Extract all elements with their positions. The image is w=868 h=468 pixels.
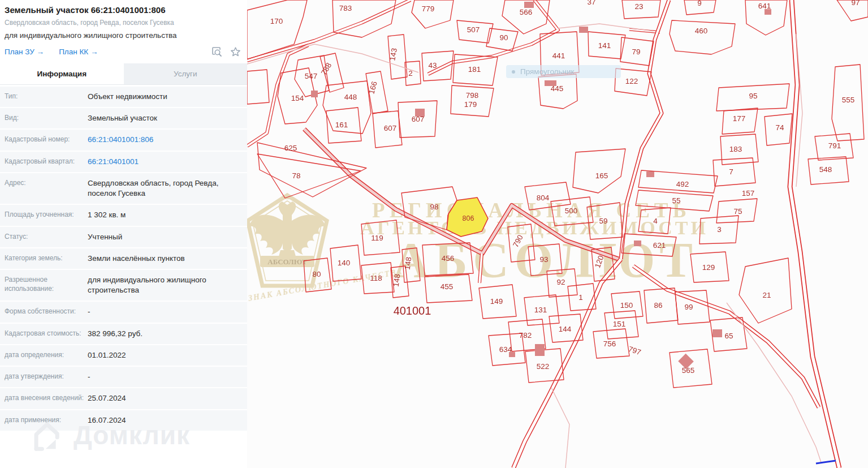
highlighted-parcel-label: 806 (463, 214, 474, 222)
parcel-label: 161 (335, 121, 348, 129)
field-value: для индивидуального жилищного строительс… (88, 275, 243, 295)
parcel-label: 625 (284, 144, 297, 152)
field-value: Объект недвижимости (88, 92, 167, 102)
info-row: Статус:Учтенный (0, 227, 247, 247)
info-row: Разрешенное использование:для индивидуал… (0, 270, 247, 300)
star-icon[interactable] (230, 46, 241, 58)
parcel-label: 179 (464, 100, 477, 109)
field-value: 01.01.2022 (88, 350, 126, 360)
parcel-label: 641 (758, 2, 771, 10)
field-value: 382 996,32 руб. (88, 329, 142, 339)
parcel-label: 23 (634, 2, 643, 11)
field-value: 25.07.2024 (88, 393, 126, 403)
parcel-label: 151 (613, 320, 626, 328)
parcel-label: 547 (305, 72, 318, 80)
parcel-label: 144 (559, 325, 572, 333)
parcel-label: 148 (392, 273, 402, 287)
parcel-label: 183 (729, 145, 742, 153)
parcel-label: 500 (565, 207, 578, 215)
parcel-label: 3 (717, 225, 722, 234)
map-building (579, 27, 588, 33)
parcel-label: 74 (775, 123, 784, 132)
parcel-label: 129 (702, 263, 715, 272)
parcel-label: 181 (468, 65, 481, 74)
parcel-label: 131 (534, 306, 547, 314)
parcel-label: 783 (339, 4, 352, 12)
parcel-label: 804 (537, 194, 550, 202)
parcel-label: 148 (403, 256, 413, 270)
parcel-label: 756 (603, 340, 616, 348)
parcel-label: 607 (412, 115, 425, 123)
field-label: Категория земель: (5, 254, 88, 264)
parcel-label: 445 (551, 84, 564, 93)
parcel-label: 97 (851, 0, 860, 7)
parcel-label: 177 (733, 114, 746, 123)
map-building (634, 241, 641, 246)
parcel-label: 150 (620, 301, 633, 310)
field-value: - (88, 307, 90, 317)
field-label: Кадастровый номер: (5, 135, 88, 145)
parcel-label: 141 (598, 41, 611, 50)
parcel-label: 448 (344, 93, 357, 101)
parcel-label: 154 (291, 94, 304, 102)
parcel-label: 456 (442, 254, 455, 263)
field-value: Свердловская область, город Ревда, посел… (88, 178, 243, 199)
info-panel: Земельный участок 66:21:0401001:806 Свер… (0, 0, 247, 468)
parcel-label: 98 (430, 203, 438, 211)
parcel-label: 90 (499, 33, 508, 42)
parcel-label: 78 (292, 171, 300, 180)
field-value: - (88, 372, 90, 382)
info-row: дата определения:01.01.2022 (0, 345, 247, 366)
field-label: Площадь уточненная: (5, 210, 88, 220)
tab-bar: Информация Услуги (0, 63, 247, 85)
tab-information[interactable]: Информация (0, 63, 124, 84)
map-area[interactable]: АБСОЛЮТЗНАК АБСОЛЮТНОГО КАЧЕСТВАРЕГИОНАЛ… (247, 0, 868, 468)
field-label: Разрешенное использование: (5, 275, 88, 295)
info-rows: Тип:Объект недвижимостиВид:Земельный уча… (0, 87, 247, 431)
parcel-label: 779 (422, 5, 435, 13)
tab-services[interactable]: Услуги (124, 63, 248, 84)
plan-kk-link[interactable]: План КК → (59, 48, 98, 56)
parcel-label: 621 (653, 241, 666, 250)
parcel-label: 75 (733, 207, 742, 216)
field-value: 1 302 кв. м (88, 210, 126, 220)
brand-text: Домклик (74, 420, 190, 450)
field-label: дата утверждения: (5, 372, 88, 382)
parcel-label: 43 (428, 61, 437, 70)
parcel-label: 798 (466, 91, 479, 100)
map-building (535, 344, 545, 356)
parcel-label: 548 (819, 165, 832, 174)
field-label: Кадастровый квартал: (5, 157, 88, 167)
bullet-dot-icon (512, 70, 515, 74)
parcel-label: 21 (762, 291, 771, 299)
domclick-watermark: Домклик (28, 417, 190, 453)
parcel-label: 455 (441, 282, 454, 291)
parcel-label: 782 (519, 331, 532, 340)
emblem-banner-text: АБСОЛЮТ (267, 257, 307, 266)
info-row: Кадастровый квартал:66:21:0401001 (0, 152, 247, 172)
field-value-link[interactable]: 66:21:0401001 (88, 157, 139, 167)
info-row: Тип:Объект недвижимости (0, 87, 247, 107)
parcel-label: 791 (828, 141, 841, 150)
parcel-label: 492 (676, 180, 689, 188)
plan-zu-link[interactable]: План ЗУ → (5, 48, 44, 56)
field-value: Учтенный (88, 232, 122, 242)
field-value-link[interactable]: 66:21:0401001:806 (88, 135, 153, 145)
area-search-icon[interactable] (210, 45, 223, 58)
field-value: Земельный участок (88, 113, 157, 123)
info-row: дата утверждения:- (0, 367, 247, 387)
info-row: Кадастровая стоимость:382 996,32 руб. (0, 324, 247, 344)
field-label: Кадастровая стоимость: (5, 329, 88, 339)
eagle-body (283, 213, 292, 250)
field-label: Форма собственности: (5, 307, 88, 317)
parcel-label: 79 (632, 48, 640, 56)
parcel-label: 59 (599, 217, 607, 225)
quarter-label: 401001 (394, 304, 431, 317)
field-value: Земли населённых пунктов (88, 254, 185, 264)
map-tool-tooltip[interactable]: Прямоугольник (506, 65, 621, 78)
field-label: дата внесения сведений: (5, 393, 88, 403)
info-row: дата внесения сведений:25.07.2024 (0, 388, 247, 409)
parcel-label: 1 (578, 293, 583, 302)
parcel-label: 607 (384, 124, 397, 132)
parcel-label: 55 (672, 196, 680, 205)
